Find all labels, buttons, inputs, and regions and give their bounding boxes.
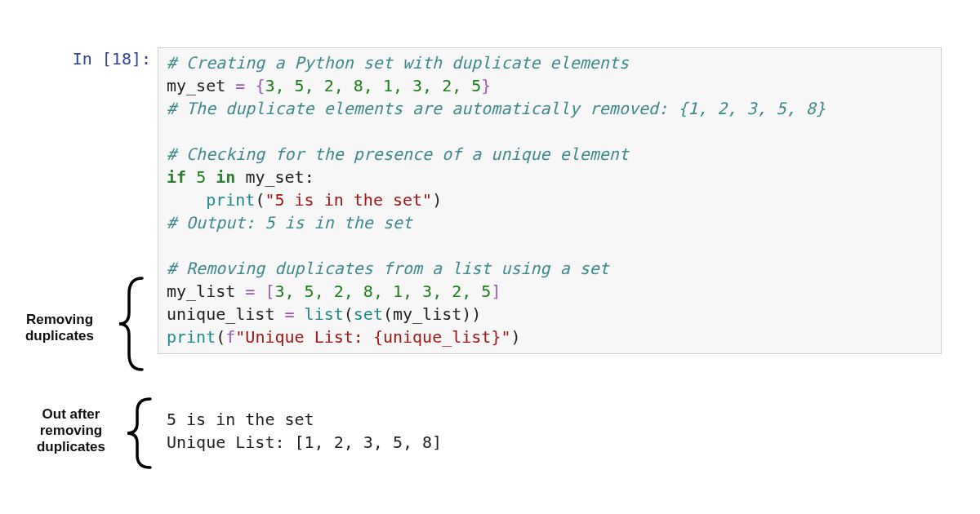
output-line: Unique List: [1, 2, 3, 5, 8] <box>167 432 442 452</box>
annotation-text-line: Out after <box>42 406 100 422</box>
code-string: "Unique List: <box>235 327 373 347</box>
code-identifier: unique_list <box>167 304 274 324</box>
code-keyword: in <box>216 167 235 187</box>
code-number-list: 3, 5, 2, 8, 1, 3, 2, 5 <box>274 281 491 301</box>
annotation-text-line: duplicates <box>25 328 94 343</box>
stage: In [18]: # Creating a Python set with du… <box>0 0 980 514</box>
code-builtin: list <box>305 304 344 324</box>
code-fstring-prefix: f <box>225 327 235 347</box>
code-keyword: if <box>167 167 186 187</box>
code-builtin: print <box>167 327 216 347</box>
code-string: "5 is in the set" <box>265 190 432 210</box>
input-prompt: In [18]: <box>49 49 151 69</box>
output-block: 5 is in the set Unique List: [1, 2, 3, 5… <box>167 408 442 454</box>
code-block: # Creating a Python set with duplicate e… <box>167 51 933 348</box>
code-string: " <box>501 327 510 347</box>
code-comment: # Output: 5 is in the set <box>167 213 412 233</box>
code-fstring-interp: {unique_list} <box>373 327 501 347</box>
annotation-label: Out after removing duplicates <box>26 406 116 455</box>
code-number: 5 <box>196 167 206 187</box>
code-identifier: my_set <box>245 167 304 187</box>
code-cell[interactable]: # Creating a Python set with duplicate e… <box>158 47 942 354</box>
code-identifier: my_set <box>167 76 225 95</box>
code-builtin: set <box>354 304 383 324</box>
annotation-label: Removing duplicates <box>15 312 105 344</box>
code-number-list: 3, 5, 2, 8, 1, 3, 2, 5 <box>265 76 481 95</box>
curly-brace-icon <box>114 276 147 372</box>
code-identifier: my_list <box>167 281 235 301</box>
code-builtin: print <box>206 190 255 210</box>
code-comment: # Creating a Python set with duplicate e… <box>167 53 629 73</box>
annotation-text-line: Removing <box>26 312 93 327</box>
code-comment: # The duplicate elements are automatical… <box>167 99 826 118</box>
output-line: 5 is in the set <box>167 410 314 429</box>
code-comment: # Removing duplicates from a list using … <box>167 259 609 278</box>
code-comment: # Checking for the presence of a unique … <box>167 144 629 164</box>
annotation-text-line: removing <box>40 423 103 438</box>
annotation-text-line: duplicates <box>37 439 105 454</box>
curly-brace-icon <box>122 397 155 470</box>
code-identifier: my_list <box>393 304 461 324</box>
